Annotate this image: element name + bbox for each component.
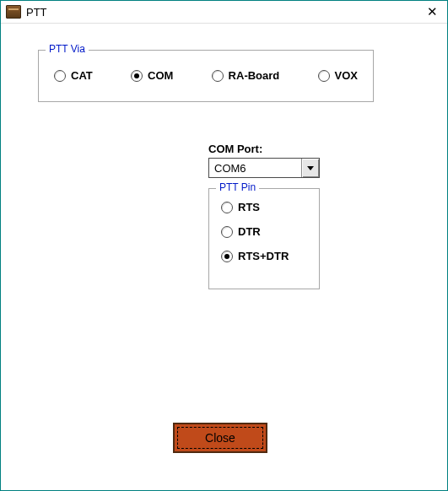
groupbox-ptt-pin-legend: PTT Pin [216,181,259,193]
close-icon[interactable]: ✕ [422,3,442,20]
groupbox-ptt-via: PTT Via CAT COM RA-Board VOX [38,50,374,102]
radio-label: CAT [71,69,93,82]
radio-label: RTS+DTR [238,250,289,262]
ptt-via-radio-row: CAT COM RA-Board VOX [54,69,358,82]
radio-ptt-via-cat[interactable]: CAT [54,69,93,82]
radio-dot-icon [131,70,143,82]
radio-ptt-pin-dtr[interactable]: DTR [221,225,289,238]
radio-ptt-pin-rts-dtr[interactable]: RTS+DTR [221,250,289,262]
radio-ptt-via-vox[interactable]: VOX [318,69,358,82]
radio-dot-icon [221,226,233,238]
close-button[interactable]: Close [173,423,267,453]
com-port-label: COM Port: [208,143,262,155]
window-title: PTT [26,6,47,19]
close-button-label: Close [205,431,235,445]
radio-dot-icon [221,251,233,262]
radio-dot-icon [318,70,330,82]
radio-ptt-pin-rts[interactable]: RTS [221,201,289,213]
radio-label: RA-Board [229,69,280,82]
radio-dot-icon [212,70,224,82]
groupbox-ptt-pin: PTT Pin RTS DTR RTS+DTR [208,188,320,289]
radio-label: COM [148,69,173,82]
radio-ptt-via-com[interactable]: COM [131,69,173,82]
com-port-value: COM6 [209,159,301,177]
com-port-select[interactable]: COM6 [208,158,320,178]
radio-dot-icon [221,202,233,213]
app-icon [6,5,21,19]
radio-dot-icon [54,70,66,82]
chevron-down-icon [307,166,314,170]
radio-label: VOX [335,69,358,82]
radio-label: DTR [238,225,261,238]
radio-ptt-via-ra-board[interactable]: RA-Board [212,69,280,82]
radio-label: RTS [238,201,260,213]
com-port-dropdown-button[interactable] [301,159,319,177]
content-area: PTT Via CAT COM RA-Board VOX [1,23,447,490]
title-bar: PTT ✕ [1,1,447,24]
ptt-dialog: PTT ✕ PTT Via CAT COM RA-Board [0,0,448,491]
groupbox-ptt-via-legend: PTT Via [46,43,89,55]
ptt-pin-radio-col: RTS DTR RTS+DTR [221,201,289,262]
